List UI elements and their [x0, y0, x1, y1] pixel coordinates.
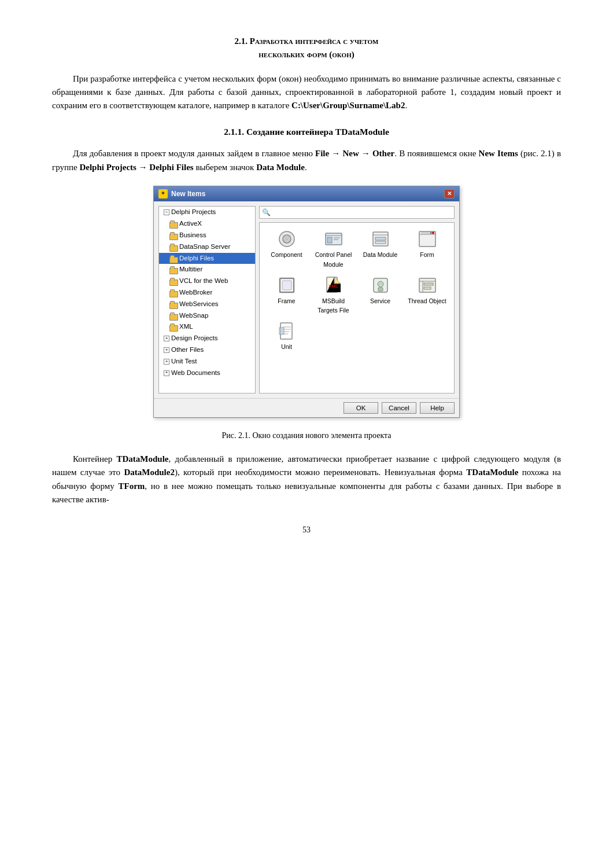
paragraph2: Для добавления в проект модуля данных за…: [52, 147, 561, 174]
icon-item-service[interactable]: Service: [358, 274, 402, 318]
dialog-tree-panel: −Delphi ProjectsActiveXBusinessDataSnap …: [158, 206, 256, 393]
icon-item-unit[interactable]: Unit: [264, 319, 309, 354]
tree-item[interactable]: VCL for the Web: [159, 275, 255, 287]
folder-icon: [169, 232, 178, 239]
icon-image: [371, 230, 390, 248]
svg-rect-8: [375, 241, 386, 244]
tree-item-label: Multitier: [179, 264, 202, 275]
page-number: 53: [52, 524, 561, 536]
icon-item-thread-object[interactable]: Thread Object: [405, 274, 449, 318]
tform-bold: TForm: [118, 481, 145, 491]
dialog-title: New Items: [171, 189, 205, 200]
icon-item-component[interactable]: Component: [264, 227, 309, 271]
tree-item-label: DataSnap Server: [179, 242, 230, 252]
tree-item[interactable]: +Design Projects: [159, 333, 255, 344]
icon-item-data-module[interactable]: Data Module: [358, 227, 402, 271]
tree-item[interactable]: DataSnap Server: [159, 241, 255, 253]
dialog-footer: OK Cancel Help: [154, 398, 459, 417]
folder-icon: [169, 244, 178, 251]
cancel-button[interactable]: Cancel: [382, 402, 416, 414]
search-icon: 🔍: [262, 207, 271, 218]
subsection-heading: 2.1.1. Создание контейнера TDataModule: [52, 125, 561, 139]
paragraph3: Контейнер TDataModule, добавленный в при…: [52, 453, 561, 506]
tree-item[interactable]: WebBroker: [159, 287, 255, 299]
dialog-icons-grid: ComponentControl Panel ModuleData Module…: [259, 222, 455, 393]
folder-icon: [169, 323, 178, 330]
tree-item[interactable]: +Other Files: [159, 344, 255, 356]
icon-item-msbuild-targets-file[interactable]: XMLMSBuild Targets File: [311, 274, 356, 318]
icon-image: [324, 230, 343, 248]
svg-rect-23: [424, 287, 431, 289]
tree-item[interactable]: WebServices: [159, 299, 255, 310]
icon-label: Frame: [278, 296, 295, 306]
icon-item-form[interactable]: Form: [405, 227, 449, 271]
tree-item-label: Delphi Projects: [171, 207, 216, 218]
icon-label: MSBuild Targets File: [317, 296, 349, 315]
folder-icon: [169, 220, 178, 227]
svg-rect-3: [327, 237, 332, 243]
icon-image: [278, 276, 296, 295]
svg-point-11: [432, 232, 434, 234]
help-button[interactable]: Help: [420, 402, 455, 414]
icon-label: Data Module: [363, 250, 398, 259]
expand-icon[interactable]: +: [164, 347, 169, 353]
expand-icon[interactable]: +: [164, 359, 169, 365]
new-items-ref: New Items: [479, 149, 518, 158]
icon-label: Service: [370, 296, 390, 306]
collapse-icon[interactable]: −: [164, 209, 169, 215]
path-bold: C:\User\Group\Surname\Lab2: [291, 101, 405, 110]
svg-point-12: [430, 232, 432, 234]
tree-item[interactable]: +Unit Test: [159, 356, 255, 367]
figure-caption: Рис. 2.1. Окно создания нового элемента …: [52, 429, 561, 442]
tree-item[interactable]: Business: [159, 230, 255, 241]
tree-item[interactable]: Multitier: [159, 264, 255, 275]
svg-point-18: [378, 281, 383, 287]
svg-rect-14: [282, 281, 291, 290]
tree-item-label: XML: [179, 322, 193, 332]
tree-item-label: Delphi Files: [179, 253, 214, 264]
icon-image: [278, 322, 296, 340]
folder-icon: [169, 278, 178, 285]
tree-item-label: WebBroker: [179, 288, 212, 298]
tree-item[interactable]: −Delphi Projects: [159, 207, 255, 218]
menu-path: File → New → Other: [315, 149, 394, 158]
paragraph1: При разработке интерфейса с учетом неско…: [52, 72, 561, 113]
tdatamodule-bold1: TDataModule: [117, 454, 169, 464]
dialog-search-bar[interactable]: 🔍: [259, 206, 455, 219]
icon-item-frame[interactable]: Frame: [264, 274, 309, 318]
expand-icon[interactable]: +: [164, 336, 169, 341]
tree-item[interactable]: +Web Documents: [159, 367, 255, 379]
dialog-titlebar-icon: ✦: [158, 189, 168, 198]
svg-rect-7: [375, 237, 386, 240]
dialog-close-button[interactable]: ✕: [444, 189, 455, 198]
ok-button[interactable]: OK: [344, 402, 378, 414]
icon-image: [278, 230, 296, 248]
tree-item[interactable]: WebSnap: [159, 310, 255, 322]
tree-item-label: ActiveX: [179, 219, 202, 229]
icon-image: [418, 276, 437, 295]
folder-icon: [169, 312, 178, 319]
tree-item-label: WebSnap: [179, 311, 208, 321]
folder-icon: [169, 255, 178, 262]
section-heading: 2.1. Разработка интерфейса с учетом неск…: [52, 35, 561, 62]
new-items-dialog: ✦ New Items ✕ −Delphi ProjectsActiveXBus…: [153, 186, 460, 418]
tree-item[interactable]: XML: [159, 321, 255, 333]
tdatamodule-bold2: TDataModule: [466, 468, 518, 477]
dialog-titlebar: ✦ New Items ✕: [154, 186, 459, 202]
icon-label: Form: [420, 250, 434, 259]
datamodule-ref: Data Module: [256, 163, 305, 172]
tree-item[interactable]: Delphi Files: [159, 253, 255, 264]
tree-item[interactable]: ActiveX: [159, 218, 255, 230]
icon-item-control-panel-module[interactable]: Control Panel Module: [311, 227, 356, 271]
tree-item-label: Design Projects: [171, 333, 218, 344]
tree-item-label: Web Documents: [171, 368, 220, 378]
expand-icon[interactable]: +: [164, 370, 169, 376]
tree-item-label: WebServices: [179, 299, 219, 310]
folder-icon: [169, 266, 178, 273]
svg-rect-29: [279, 328, 284, 334]
tree-item-label: VCL for the Web: [179, 276, 228, 286]
group-ref: Delphi Projects → Delphi Files: [79, 163, 193, 172]
folder-icon: [169, 289, 178, 296]
svg-rect-10: [421, 232, 429, 234]
icon-image: [371, 276, 390, 295]
